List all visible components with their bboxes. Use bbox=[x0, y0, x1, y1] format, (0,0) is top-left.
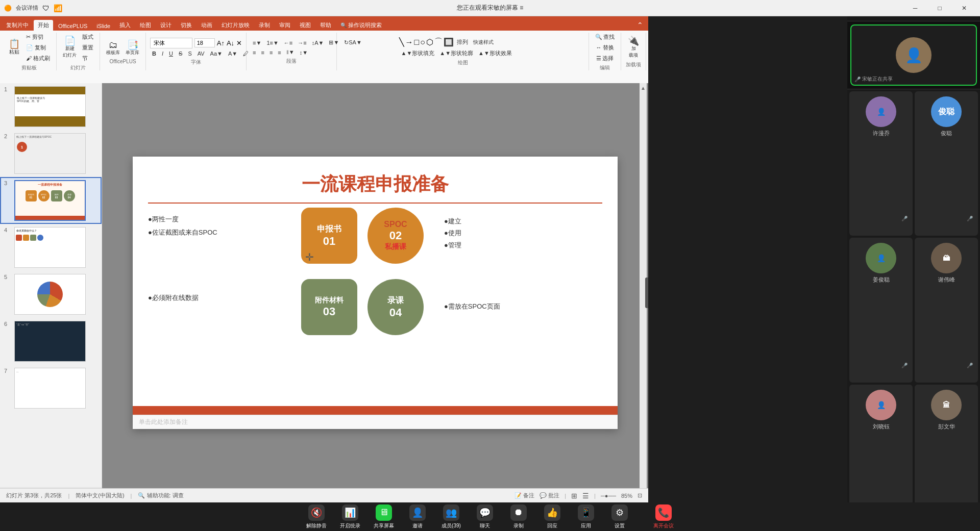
shape-outline-btn[interactable]: ▲▼形状轮廓 bbox=[437, 48, 475, 58]
tab-slideshow[interactable]: 幻灯片放映 bbox=[217, 20, 254, 31]
arrange-btn[interactable]: 🔲 bbox=[444, 37, 454, 47]
shadow-btn[interactable]: S bbox=[186, 49, 193, 58]
tab-record[interactable]: 录制 bbox=[255, 20, 274, 31]
shape-arc-btn[interactable]: ⌒ bbox=[434, 37, 443, 47]
maximize-btn[interactable]: □ bbox=[928, 0, 951, 16]
shape-rect-btn[interactable]: □ bbox=[414, 38, 420, 47]
replace-btn[interactable]: ↔ 替换 bbox=[594, 43, 616, 53]
shape-line-btn[interactable]: ╲ bbox=[399, 37, 404, 47]
chat-btn[interactable]: 💬 聊天 bbox=[472, 504, 498, 529]
participant-jiangjuncong[interactable]: 👤 姜俊聪 🎤 bbox=[849, 238, 913, 382]
slide-thumb-1[interactable]: 1 线上线下一流课程建设与SPOC的建、用、管 bbox=[0, 83, 102, 130]
participant-juncong[interactable]: 俊聪 俊聪 🎤 bbox=[915, 91, 978, 236]
panel-chevron-btn[interactable]: › bbox=[645, 277, 648, 308]
line-spacing-btn[interactable]: ↕▼ bbox=[298, 48, 310, 57]
font-increase-btn[interactable]: A↑ bbox=[217, 39, 225, 47]
slide-thumb-6[interactable]: 6 "是" vs "否" bbox=[0, 318, 102, 365]
record-btn[interactable]: ⏺ 录制 bbox=[506, 504, 531, 529]
cut-btn[interactable]: ✂ 剪切 bbox=[24, 32, 52, 42]
bold-btn[interactable]: B bbox=[150, 49, 158, 58]
tab-home[interactable]: 开始 bbox=[34, 20, 53, 31]
view-btn-outline[interactable]: ☰ bbox=[582, 492, 589, 500]
section-btn[interactable]: 节 bbox=[80, 54, 95, 63]
notes-btn[interactable]: 📝 备注 bbox=[514, 492, 534, 499]
new-slide-btn[interactable]: 📄 新建 幻灯片 bbox=[61, 35, 79, 60]
text-direction-btn[interactable]: ↕A▼ bbox=[310, 38, 326, 47]
add-in-btn[interactable]: 🔌 加 载项 bbox=[625, 35, 642, 60]
tab-draw[interactable]: 绘图 bbox=[136, 20, 155, 31]
tab-view[interactable]: 视图 bbox=[296, 20, 315, 31]
font-size-input[interactable]: 18 bbox=[194, 38, 215, 47]
notes-area[interactable]: 单击此处添加备注 bbox=[133, 415, 618, 429]
slide-thumb-2[interactable]: 2 线上线下一流课程建设与SPOC 1 bbox=[0, 130, 102, 177]
font-color-btn[interactable]: A▼ bbox=[226, 49, 239, 58]
apps-btn[interactable]: 📱 应用 bbox=[573, 504, 599, 529]
format-paint-btn[interactable]: 🖌 格式刷 bbox=[24, 54, 52, 63]
view-btn-normal[interactable]: ⊞ bbox=[571, 492, 577, 500]
stats-btn[interactable]: 📊 开启统录 bbox=[337, 504, 363, 529]
increase-indent-btn[interactable]: →≡ bbox=[296, 38, 308, 47]
close-btn[interactable]: ✕ bbox=[952, 0, 976, 16]
find-btn[interactable]: 🔍 查找 bbox=[593, 32, 617, 42]
participant-xumanjiao[interactable]: 👤 许漫乔 🎤 bbox=[849, 91, 913, 236]
clear-format-btn[interactable]: ✕ bbox=[236, 39, 242, 47]
case-btn[interactable]: Aa▼ bbox=[208, 49, 225, 58]
tab-transitions[interactable]: 切换 bbox=[177, 20, 196, 31]
settings-btn[interactable]: ⚙ 设置 bbox=[607, 504, 632, 529]
mute-btn[interactable]: 🔇 解除静音 bbox=[304, 504, 329, 529]
paste-btn[interactable]: 📋 粘贴 bbox=[6, 38, 22, 57]
tab-islide[interactable]: iSlide bbox=[92, 21, 114, 31]
members-btn[interactable]: 👥 成员(39) bbox=[438, 504, 464, 529]
reaction-btn[interactable]: 👍 回应 bbox=[540, 504, 565, 529]
copy-btn[interactable]: 📄 复制 bbox=[24, 43, 52, 53]
align-right-btn[interactable]: ≡ bbox=[267, 48, 275, 57]
align-left-btn[interactable]: ≡ bbox=[251, 48, 258, 57]
tab-review[interactable]: 复制片中 bbox=[2, 20, 33, 31]
scroll-up-btn[interactable]: ▲ bbox=[641, 85, 646, 91]
minimize-btn[interactable]: ─ bbox=[903, 0, 927, 16]
single-page-btn[interactable]: 📑 单页库 bbox=[124, 39, 141, 58]
tab-insert[interactable]: 插入 bbox=[115, 20, 135, 31]
shape-arrow-btn[interactable]: → bbox=[405, 38, 413, 47]
select-btn[interactable]: ☰ 选择 bbox=[594, 54, 616, 63]
underline-btn[interactable]: U bbox=[167, 49, 175, 58]
tab-officeplus[interactable]: OfficePLUS bbox=[54, 21, 91, 31]
italic-btn[interactable]: I bbox=[160, 49, 165, 58]
shape-oval-btn[interactable]: ○ bbox=[420, 38, 425, 47]
slide-thumb-3[interactable]: 3 一流课程申报准备 申报书 01 SPOC 02 附件 03 bbox=[0, 177, 102, 224]
numbering-btn[interactable]: 1≡▼ bbox=[264, 38, 280, 47]
quick-style-btn[interactable]: 快速样式 bbox=[471, 38, 496, 47]
strikethrough-btn[interactable]: S bbox=[177, 49, 184, 58]
share-screen-btn[interactable]: 🖥 共享屏幕 bbox=[371, 504, 397, 529]
slide-thumb-5[interactable]: 5 bbox=[0, 271, 102, 318]
layout-btn[interactable]: 版式 bbox=[80, 32, 95, 42]
align-center-btn[interactable]: ≡ bbox=[259, 48, 266, 57]
cols-btn[interactable]: ⫴▼ bbox=[284, 48, 297, 57]
slide-thumb-7[interactable]: 7 ... bbox=[0, 365, 102, 412]
font-family-select[interactable]: 宋体 bbox=[150, 38, 192, 48]
tab-review2[interactable]: 审阅 bbox=[275, 20, 295, 31]
tab-help[interactable]: 帮助 bbox=[316, 20, 335, 31]
fit-btn[interactable]: ⊡ bbox=[638, 492, 642, 499]
shape-more-btn[interactable]: ⬡ bbox=[426, 37, 433, 47]
arrange-label-btn[interactable]: 排列 bbox=[455, 37, 470, 47]
reset-btn[interactable]: 重置 bbox=[80, 43, 95, 53]
char-space-btn[interactable]: AV bbox=[195, 49, 207, 58]
justify-btn[interactable]: ≡ bbox=[276, 48, 283, 57]
leave-btn[interactable]: 📞 离开会议 bbox=[651, 504, 676, 529]
tab-search[interactable]: 🔍操作说明搜索 bbox=[336, 20, 386, 31]
slide-thumb-4[interactable]: 4 命名页面会什么？ bbox=[0, 224, 102, 271]
bullets-btn[interactable]: ≡▼ bbox=[251, 38, 263, 47]
font-decrease-btn[interactable]: A↓ bbox=[227, 39, 234, 47]
shape-effect-btn[interactable]: ▲▼形状效果 bbox=[476, 48, 514, 58]
tab-design[interactable]: 设计 bbox=[156, 20, 176, 31]
comments-btn[interactable]: 💬 批注 bbox=[540, 492, 559, 499]
template-btn[interactable]: 🗂 模板库 bbox=[104, 39, 122, 58]
zoom-slider[interactable]: ─●── bbox=[601, 493, 616, 499]
invite-btn[interactable]: 👤 邀请 bbox=[405, 504, 430, 529]
tab-animations[interactable]: 动画 bbox=[197, 20, 216, 31]
ribbon-collapse-btn[interactable]: ⌃ bbox=[634, 19, 646, 31]
shape-fill-btn[interactable]: ▲▼形状填充 bbox=[399, 48, 437, 58]
decrease-indent-btn[interactable]: ←≡ bbox=[282, 38, 295, 47]
participant-xieweifeng[interactable]: 🏔 谢伟峰 🎤 bbox=[915, 238, 978, 382]
